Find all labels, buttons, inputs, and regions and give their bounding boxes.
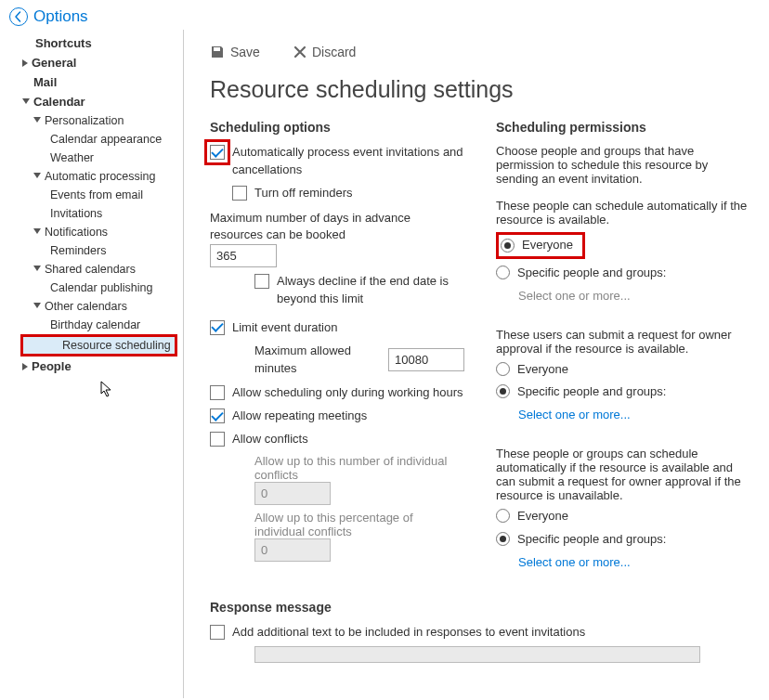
sidebar-item-shortcuts[interactable]: Shortcuts	[0, 33, 183, 53]
sidebar-item-label: Notifications	[45, 226, 108, 239]
sidebar-item-weather[interactable]: Weather	[0, 149, 183, 167]
select-more-2[interactable]: Select one or more...	[518, 407, 631, 424]
limit-duration-label: Limit event duration	[232, 319, 337, 337]
sidebar-item-label: People	[32, 359, 72, 373]
sidebar-item-label: Personalization	[45, 114, 124, 127]
options-sidebar: Shortcuts General Mail Calendar Personal…	[0, 30, 184, 698]
max-days-input[interactable]	[210, 244, 277, 267]
sidebar-item-label: Calendar appearance	[50, 133, 162, 146]
save-button[interactable]: Save	[210, 45, 260, 59]
sidebar-item-label: Birthday calendar	[50, 318, 140, 331]
permissions-intro: Choose people and groups that have permi…	[496, 144, 750, 186]
individual-conflicts-input	[254, 482, 331, 505]
cursor-icon	[100, 381, 115, 399]
working-hours-label: Allow scheduling only during working hou…	[232, 384, 463, 402]
checkbox-turn-off-reminders[interactable]	[232, 186, 247, 201]
everyone-label-2: Everyone	[517, 361, 568, 379]
response-text-input	[254, 646, 700, 663]
auto-process-label: Automatically process event invitations …	[232, 144, 464, 179]
checkbox-limit-duration[interactable]	[210, 320, 225, 335]
caret-down-icon	[33, 117, 41, 123]
checkbox-always-decline[interactable]	[254, 274, 269, 289]
sidebar-item-mail[interactable]: Mail	[0, 72, 183, 92]
sidebar-item-calendar[interactable]: Calendar	[0, 92, 183, 111]
add-response-text-label: Add additional text to be included in re…	[232, 624, 585, 642]
caret-down-icon	[33, 228, 41, 234]
save-icon	[210, 45, 225, 59]
submit-request-label: These users can submit a request for own…	[496, 328, 750, 356]
response-message-heading: Response message	[210, 600, 750, 615]
combo-label: These people or groups can schedule auto…	[496, 447, 750, 502]
sidebar-item-calendar-appearance[interactable]: Calendar appearance	[0, 130, 183, 149]
caret-right-icon	[22, 59, 28, 67]
radio-submit-specific[interactable]	[496, 384, 510, 398]
save-label: Save	[230, 45, 260, 59]
select-more-1[interactable]: Select one or more...	[518, 288, 631, 305]
discard-button[interactable]: Discard	[293, 45, 356, 59]
percentage-conflicts-input	[254, 538, 331, 562]
sidebar-item-reminders[interactable]: Reminders	[0, 241, 183, 260]
turn-off-reminders-label: Turn off reminders	[254, 185, 353, 202]
max-days-label: Maximum number of days in advance resour…	[210, 210, 459, 245]
caret-down-icon	[22, 98, 30, 104]
sidebar-item-resource-scheduling[interactable]: Resource scheduling	[20, 334, 177, 356]
sidebar-item-label: General	[32, 56, 76, 70]
sidebar-item-general[interactable]: General	[0, 53, 183, 72]
caret-down-icon	[33, 266, 41, 271]
sidebar-item-events-from-email[interactable]: Events from email	[0, 186, 183, 204]
radio-submit-everyone[interactable]	[496, 362, 510, 376]
max-minutes-label: Maximum allowed minutes	[254, 343, 381, 378]
scheduling-options-heading: Scheduling options	[210, 120, 464, 135]
scheduling-permissions-section: Scheduling permissions Choose people and…	[496, 120, 750, 577]
allow-repeating-label: Allow repeating meetings	[232, 408, 367, 425]
sidebar-item-label: Calendar publishing	[50, 281, 153, 294]
sidebar-item-label: Events from email	[50, 188, 143, 201]
specific-label-3: Specific people and groups:	[517, 531, 666, 549]
caret-down-icon	[33, 303, 41, 308]
checkbox-allow-conflicts[interactable]	[210, 432, 225, 447]
always-decline-label: Always decline if the end date is beyond…	[277, 273, 464, 308]
sidebar-item-invitations[interactable]: Invitations	[0, 204, 183, 223]
select-more-3[interactable]: Select one or more...	[518, 554, 631, 572]
checkbox-auto-process[interactable]	[210, 145, 225, 160]
everyone-label-3: Everyone	[517, 508, 568, 525]
sidebar-item-label: Calendar	[33, 95, 85, 109]
options-title: Options	[33, 7, 88, 26]
sidebar-item-automatic-processing[interactable]: Automatic processing	[0, 167, 183, 186]
sidebar-item-shared-calendars[interactable]: Shared calendars	[0, 260, 183, 279]
sidebar-item-notifications[interactable]: Notifications	[0, 223, 183, 241]
radio-auto-specific[interactable]	[496, 266, 510, 279]
page-title: Resource scheduling settings	[210, 76, 750, 103]
everyone-label: Everyone	[522, 237, 573, 254]
caret-right-icon	[22, 363, 28, 370]
sidebar-item-label: Shortcuts	[35, 36, 92, 50]
sidebar-item-birthday-calendar[interactable]: Birthday calendar	[0, 316, 183, 334]
radio-combo-everyone[interactable]	[496, 509, 510, 523]
sidebar-item-label: Resource scheduling	[62, 339, 171, 352]
sidebar-item-label: Reminders	[50, 244, 106, 257]
checkbox-working-hours[interactable]	[210, 385, 225, 400]
max-minutes-input[interactable]	[388, 348, 464, 371]
scheduling-permissions-heading: Scheduling permissions	[496, 120, 750, 135]
sidebar-item-label: Weather	[50, 151, 94, 164]
discard-icon	[293, 45, 306, 58]
radio-combo-specific[interactable]	[496, 532, 510, 546]
checkbox-add-response-text[interactable]	[210, 625, 225, 640]
checkbox-allow-repeating[interactable]	[210, 408, 225, 423]
percentage-conflicts-label: Allow up to this percentage of individua…	[254, 511, 464, 538]
scheduling-options-section: Scheduling options Automatically process…	[210, 120, 464, 577]
sidebar-item-personalization[interactable]: Personalization	[0, 111, 183, 130]
allow-conflicts-label: Allow conflicts	[232, 431, 308, 448]
sidebar-item-other-calendars[interactable]: Other calendars	[0, 297, 183, 316]
individual-conflicts-label: Allow up to this number of individual co…	[254, 454, 464, 482]
radio-auto-everyone[interactable]	[501, 239, 515, 253]
back-icon[interactable]	[9, 7, 28, 26]
specific-label: Specific people and groups:	[517, 265, 666, 282]
sidebar-item-label: Invitations	[50, 207, 102, 220]
sidebar-item-label: Other calendars	[45, 300, 127, 313]
sidebar-item-people[interactable]: People	[0, 356, 183, 376]
specific-label-2: Specific people and groups:	[517, 383, 666, 401]
auto-schedule-label: These people can schedule automatically …	[496, 199, 750, 227]
sidebar-item-calendar-publishing[interactable]: Calendar publishing	[0, 279, 183, 297]
caret-down-icon	[33, 173, 41, 178]
